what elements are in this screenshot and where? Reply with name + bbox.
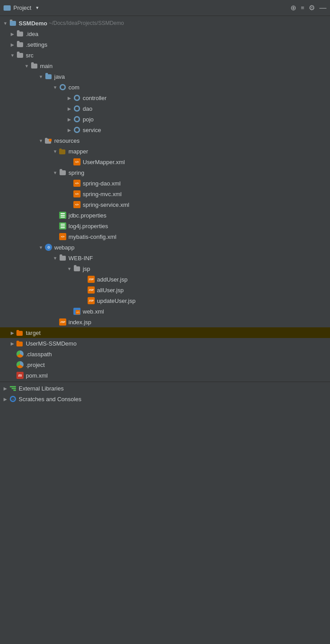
mybatis-config-label: mybatis-config.xml <box>68 233 117 240</box>
tree-item-index-jsp[interactable]: JSP index.jsp <box>0 317 330 327</box>
expand-arrow-scratches[interactable] <box>2 395 9 402</box>
tree-item-pom-xml[interactable]: m pom.xml <box>0 370 330 381</box>
file-icon-index-jsp: JSP <box>59 318 67 326</box>
expand-arrow-webinf[interactable] <box>52 254 59 262</box>
tree-item-external-libs[interactable]: External Libraries <box>0 383 330 394</box>
expand-arrow-dao[interactable] <box>66 105 73 112</box>
leaf-spacer <box>80 297 87 304</box>
tree-item-alluser-jsp[interactable]: JSP allUser.jsp <box>0 285 330 295</box>
tree-item-web-xml[interactable]: </> web.xml <box>0 306 330 317</box>
expand-arrow-idea[interactable] <box>9 30 16 37</box>
tree-item-jdbc-props[interactable]: jdbc.properties <box>0 210 330 221</box>
tree-item-scratches[interactable]: ✦ Scratches and Consoles <box>0 394 330 404</box>
expand-arrow-pojo[interactable] <box>66 116 73 123</box>
tree-item-resources[interactable]: resources <box>0 135 330 146</box>
expand-arrow-mapper[interactable] <box>52 148 59 155</box>
spring-service-label: spring-service.xml <box>83 201 129 208</box>
leaf-spacer <box>66 201 73 208</box>
expand-arrow-com[interactable] <box>52 84 59 91</box>
tree-item-dao[interactable]: dao <box>0 103 330 114</box>
webinf-label: WEB-INF <box>68 255 93 262</box>
tree-item-com[interactable]: com <box>0 82 330 93</box>
project-file-label: .project <box>26 362 45 368</box>
folder-icon-spring <box>59 169 67 177</box>
expand-arrow-src[interactable] <box>9 52 16 59</box>
folder-icon-mapper <box>59 147 67 155</box>
userms-label: UserMS-SSMDemo <box>26 340 76 347</box>
leaf-spacer <box>66 308 73 315</box>
file-icon-classpath <box>16 350 24 358</box>
expand-arrow-settings[interactable] <box>9 41 16 48</box>
expand-arrow-resources[interactable] <box>37 137 44 144</box>
spring-dao-label: spring-dao.xml <box>83 180 121 187</box>
tree-item-classpath[interactable]: .classpath <box>0 349 330 359</box>
expand-arrow-userms[interactable] <box>9 340 16 347</box>
tree-item-target[interactable]: target <box>0 327 330 338</box>
tree-item-pojo[interactable]: pojo <box>0 114 330 125</box>
alluser-jsp-label: allUser.jsp <box>97 287 124 294</box>
minimize-icon[interactable]: — <box>319 4 326 12</box>
tree-item-mapper[interactable]: mapper <box>0 146 330 157</box>
expand-arrow-jsp-folder[interactable] <box>66 265 73 272</box>
expand-arrow-root[interactable] <box>2 20 9 27</box>
tree-item-project-file[interactable]: .project <box>0 359 330 370</box>
collapse-all-icon[interactable]: ≡ <box>301 5 304 11</box>
project-panel: Project ▾ ⊕ ≡ ⚙ — SSMDemo ~/Docs/IdeaPro… <box>0 0 330 406</box>
expand-arrow-main[interactable] <box>23 62 30 69</box>
folder-icon-webapp: ⚙ <box>44 243 52 251</box>
expand-arrow-target[interactable] <box>9 329 16 336</box>
tree-item-root[interactable]: SSMDemo ~/Docs/IdeaProjects/SSMDemo <box>0 18 330 28</box>
tree-item-spring-mvc[interactable]: </> spring-mvc.xml <box>0 189 330 199</box>
tree-item-log4j-props[interactable]: log4j.properties <box>0 221 330 231</box>
tree-item-jsp-folder[interactable]: jsp <box>0 263 330 274</box>
settings-icon[interactable]: ⚙ <box>309 4 315 12</box>
adduser-jsp-label: addUser.jsp <box>97 276 128 283</box>
external-libs-label: External Libraries <box>19 385 64 392</box>
add-icon[interactable]: ⊕ <box>290 4 296 12</box>
file-icon-adduser-jsp: JSP <box>87 275 95 283</box>
tree-item-webapp[interactable]: ⚙ webapp <box>0 242 330 253</box>
file-icon-pom-xml: m <box>16 371 24 379</box>
toolbar-actions: ⊕ ≡ ⚙ — <box>290 4 326 12</box>
tree-item-service[interactable]: service <box>0 125 330 135</box>
tree-item-spring[interactable]: spring <box>0 167 330 178</box>
jdbc-props-label: jdbc.properties <box>68 212 106 219</box>
tree-item-userms[interactable]: UserMS-SSMDemo <box>0 338 330 349</box>
expand-arrow-webapp[interactable] <box>37 244 44 251</box>
tree-item-java[interactable]: java <box>0 71 330 82</box>
tree-item-spring-dao[interactable]: </> spring-dao.xml <box>0 178 330 189</box>
expand-arrow-external-libs[interactable] <box>2 385 9 392</box>
tree-item-spring-service[interactable]: </> spring-service.xml <box>0 199 330 210</box>
tree-item-controller[interactable]: controller <box>0 93 330 103</box>
file-icon-alluser-jsp: JSP <box>87 286 95 294</box>
tree-item-main[interactable]: main <box>0 60 330 71</box>
controller-label: controller <box>83 95 106 101</box>
tree-item-updateuser-jsp[interactable]: JSP updateUser.jsp <box>0 295 330 306</box>
toolbar-title: Project <box>13 4 31 11</box>
tree-item-mybatis-config[interactable]: </> mybatis-config.xml <box>0 231 330 242</box>
tree-item-adduser-jsp[interactable]: JSP addUser.jsp <box>0 274 330 285</box>
folder-icon-idea <box>16 30 24 38</box>
dropdown-arrow[interactable]: ▾ <box>34 4 41 12</box>
settings-label: .settings <box>26 41 47 48</box>
tree-item-src[interactable]: src <box>0 50 330 60</box>
tree-item-idea[interactable]: .idea <box>0 28 330 39</box>
file-icon-project <box>16 361 24 369</box>
tree-item-webinf[interactable]: WEB-INF <box>0 253 330 263</box>
expand-arrow-service[interactable] <box>66 126 73 133</box>
folder-icon-userms <box>16 339 24 347</box>
leaf-spacer <box>80 286 87 294</box>
folder-icon-settings <box>16 40 24 48</box>
external-libs-icon <box>9 384 17 392</box>
leaf-spacer <box>66 190 73 197</box>
expand-arrow-spring[interactable] <box>52 169 59 176</box>
tree-item-settings[interactable]: .settings <box>0 39 330 50</box>
java-label: java <box>54 73 65 80</box>
index-jsp-label: index.jsp <box>68 319 91 326</box>
tree-item-usermapper-xml[interactable]: </> UserMapper.xml <box>0 157 330 167</box>
expand-arrow-java[interactable] <box>37 73 44 80</box>
pojo-label: pojo <box>83 116 94 123</box>
expand-arrow-controller[interactable] <box>66 94 73 101</box>
root-label: SSMDemo <box>19 20 47 27</box>
folder-icon-controller <box>73 94 81 102</box>
